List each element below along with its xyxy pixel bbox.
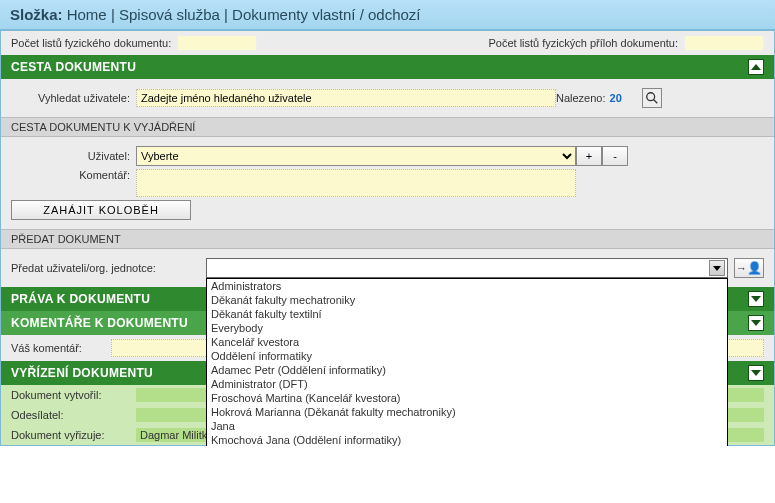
assign-to-user-button[interactable]: →👤 <box>734 258 764 278</box>
list-item[interactable]: Kmochová Jana (Oddělení informatiky) <box>207 433 727 446</box>
found-count: 20 <box>610 92 622 104</box>
chevron-down-icon <box>751 320 761 326</box>
breadcrumb-prefix: Složka: <box>10 6 63 23</box>
your-comment-label: Váš komentář: <box>11 342 111 354</box>
phys-pages-label: Počet listů fyzického dokumentu: <box>11 37 171 49</box>
list-item[interactable]: Administrator (DFT) <box>207 377 727 391</box>
breadcrumb: Složka: Home | Spisová služba | Dokument… <box>0 0 775 30</box>
section-header-cesta: CESTA DOKUMENTU <box>1 55 774 79</box>
breadcrumb-item[interactable]: Spisová služba <box>119 6 220 23</box>
list-item[interactable]: Jana <box>207 419 727 433</box>
section-title: PRÁVA K DOKUMENTU <box>11 292 150 306</box>
chevron-down-icon <box>751 370 761 376</box>
section-header-predat: PŘEDAT DOKUMENT <box>1 229 774 249</box>
user-select[interactable]: Vyberte <box>136 146 576 166</box>
breadcrumb-sep: | <box>111 6 119 23</box>
created-by-label: Dokument vytvořil: <box>11 389 136 401</box>
add-button[interactable]: + <box>576 146 602 166</box>
list-item[interactable]: Hokrová Marianna (Děkanát fakulty mechat… <box>207 405 727 419</box>
phys-attach-value[interactable] <box>684 35 764 51</box>
start-workflow-button[interactable]: ZAHÁJIT KOLOBĚH <box>11 200 191 220</box>
collapse-button[interactable] <box>748 315 764 331</box>
breadcrumb-sep: | <box>224 6 232 23</box>
list-item[interactable]: Everybody <box>207 321 727 335</box>
user-label: Uživatel: <box>11 150 136 162</box>
sender-label: Odesílatel: <box>11 409 136 421</box>
dropdown-button[interactable] <box>709 260 725 276</box>
breadcrumb-item[interactable]: Dokumenty vlastní / odchozí <box>232 6 420 23</box>
section-title: KOMENTÁŘE K DOKUMENTU <box>11 316 188 330</box>
collapse-button[interactable] <box>748 365 764 381</box>
assign-combobox[interactable] <box>206 258 728 278</box>
doc-counts-row: Počet listů fyzického dokumentu: Počet l… <box>1 31 774 55</box>
handler-label: Dokument vyřizuje: <box>11 429 136 441</box>
chevron-up-icon <box>751 64 761 70</box>
list-item[interactable]: Oddělení informatiky <box>207 349 727 363</box>
list-item[interactable]: Froschová Martina (Kancelář kvestora) <box>207 391 727 405</box>
breadcrumb-item[interactable]: Home <box>67 6 107 23</box>
svg-line-1 <box>654 100 658 104</box>
phys-attach-label: Počet listů fyzických příloh dokumentu: <box>488 37 678 49</box>
list-item[interactable]: Kancelář kvestora <box>207 335 727 349</box>
search-button[interactable] <box>642 88 662 108</box>
search-icon <box>645 91 659 105</box>
chevron-down-icon <box>713 266 721 271</box>
remove-button[interactable]: - <box>602 146 628 166</box>
list-item[interactable]: Děkanát fakulty textilní <box>207 307 727 321</box>
phys-pages-value[interactable] <box>177 35 257 51</box>
comment-label: Komentář: <box>11 169 136 181</box>
list-item[interactable]: Děkanát fakulty mechatroniky <box>207 293 727 307</box>
found-label: Nalezeno: <box>556 92 606 104</box>
collapse-button[interactable] <box>748 59 764 75</box>
section-title: VYŘÍZENÍ DOKUMENTU <box>11 366 153 380</box>
search-user-input[interactable] <box>136 89 556 107</box>
chevron-down-icon <box>751 296 761 302</box>
list-item[interactable]: Adamec Petr (Oddělení informatiky) <box>207 363 727 377</box>
search-user-label: Vyhledat uživatele: <box>11 92 136 104</box>
svg-point-0 <box>647 93 655 101</box>
assign-dropdown-list[interactable]: Administrators Děkanát fakulty mechatron… <box>206 278 728 446</box>
section-title: CESTA DOKUMENTU <box>11 60 136 74</box>
assign-label: Předat uživateli/org. jednotce: <box>11 262 206 274</box>
collapse-button[interactable] <box>748 291 764 307</box>
sub-header-vyjadreni: CESTA DOKUMENTU K VYJÁDŘENÍ <box>1 117 774 137</box>
assign-icon: →👤 <box>736 261 762 275</box>
list-item[interactable]: Administrators <box>207 279 727 293</box>
comment-textarea[interactable] <box>136 169 576 197</box>
